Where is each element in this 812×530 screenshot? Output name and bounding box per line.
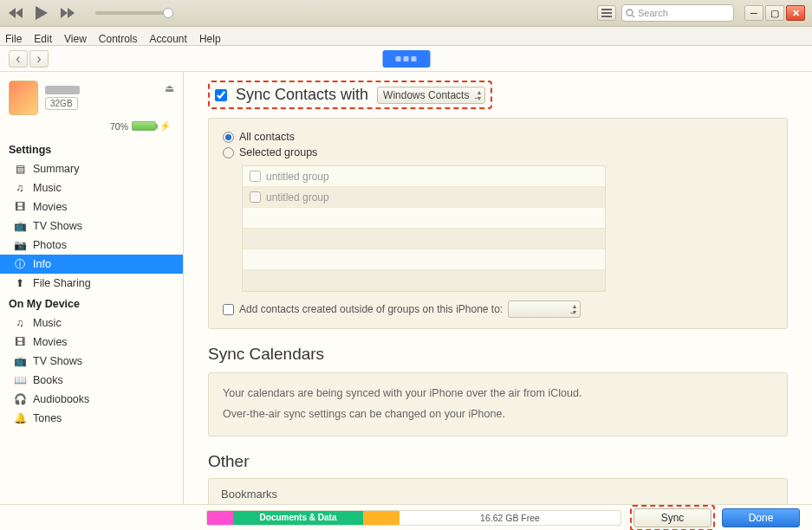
battery-pct: 70% bbox=[110, 121, 128, 132]
radio-selected-groups[interactable]: Selected groups bbox=[223, 145, 773, 160]
minimize-button[interactable]: ─ bbox=[744, 5, 763, 21]
add-outside-label: Add contacts created outside of groups o… bbox=[239, 303, 503, 315]
sync-contacts-highlight: Sync Contacts with Windows Contacts▴▾ bbox=[208, 81, 492, 109]
sidebar-item-label: Info bbox=[33, 258, 51, 270]
calendars-info-2: Over-the-air sync settings can be change… bbox=[223, 404, 773, 425]
battery-status: 70% ⚡ bbox=[0, 120, 183, 139]
contacts-panel: All contacts Selected groups untitled gr… bbox=[208, 118, 788, 329]
sidebar-item-filesharing[interactable]: ⬆File Sharing bbox=[0, 274, 183, 293]
sidebar-item-label: Music bbox=[33, 317, 62, 329]
sidebar-item-label: Books bbox=[33, 374, 63, 386]
dropdown-value: Windows Contacts bbox=[383, 89, 469, 101]
sidebar-item-label: Tones bbox=[33, 412, 62, 424]
menu-view[interactable]: View bbox=[64, 33, 87, 45]
sidebar-item-audiobooks[interactable]: 🎧Audiobooks bbox=[0, 390, 183, 409]
tv-icon: 📺 bbox=[14, 355, 26, 367]
sync-button-highlight: Sync bbox=[630, 505, 715, 531]
main-pane: Sync Contacts with Windows Contacts▴▾ Al… bbox=[184, 72, 812, 504]
done-button[interactable]: Done bbox=[722, 508, 800, 527]
back-button[interactable]: ‹ bbox=[9, 50, 28, 68]
usage-seg-free: 16.62 GB Free bbox=[400, 511, 620, 525]
sidebar-item-label: TV Shows bbox=[33, 220, 82, 232]
photos-icon: 📷 bbox=[14, 239, 26, 251]
sidebar-heading-settings: Settings bbox=[0, 139, 183, 159]
add-outside-group-dropdown[interactable]: ▴▾ bbox=[508, 301, 581, 318]
radio-label: All contacts bbox=[239, 131, 295, 143]
menu-file[interactable]: File bbox=[5, 33, 22, 45]
list-view-button[interactable] bbox=[597, 5, 616, 21]
sync-contacts-provider-dropdown[interactable]: Windows Contacts▴▾ bbox=[377, 87, 485, 104]
sidebar-item-label: TV Shows bbox=[33, 355, 82, 367]
sidebar-item-books[interactable]: 📖Books bbox=[0, 371, 183, 390]
sidebar-item-tvshows-settings[interactable]: 📺TV Shows bbox=[0, 217, 183, 236]
sidebar-item-info[interactable]: ⓘInfo bbox=[0, 255, 183, 274]
books-icon: 📖 bbox=[14, 374, 26, 386]
music-icon: ♫ bbox=[14, 182, 26, 194]
sidebar-item-music[interactable]: ♫Music bbox=[0, 313, 183, 333]
sidebar-item-music-settings[interactable]: ♫Music bbox=[0, 178, 183, 197]
storage-usage-bar: Documents & Data 16.62 GB Free bbox=[206, 510, 621, 526]
sidebar-item-movies-settings[interactable]: 🎞Movies bbox=[0, 197, 183, 217]
sidebar-item-label: Audiobooks bbox=[33, 393, 89, 405]
summary-icon: ▤ bbox=[14, 163, 26, 175]
rewind-button[interactable] bbox=[7, 4, 24, 22]
fileshare-icon: ⬆ bbox=[14, 277, 26, 289]
menu-bar: File Edit View Controls Account Help bbox=[0, 27, 812, 46]
volume-slider[interactable] bbox=[95, 11, 173, 15]
radio-label: Selected groups bbox=[239, 146, 317, 158]
sidebar-item-tvshows[interactable]: 📺TV Shows bbox=[0, 352, 183, 371]
device-capacity: 32GB bbox=[45, 97, 78, 110]
group-row-empty bbox=[243, 270, 605, 291]
search-placeholder: Search bbox=[638, 8, 668, 18]
player-toolbar: Search ─ ▢ ✕ bbox=[0, 0, 812, 27]
add-outside-checkbox[interactable] bbox=[223, 304, 234, 315]
group-checkbox[interactable] bbox=[250, 191, 261, 203]
movies-icon: 🎞 bbox=[14, 336, 26, 348]
group-row-empty bbox=[243, 249, 605, 270]
add-contacts-outside-row: Add contacts created outside of groups o… bbox=[223, 301, 773, 318]
sidebar: 32GB ⏏ 70% ⚡ Settings ▤Summary ♫Music 🎞M… bbox=[0, 72, 184, 504]
close-button[interactable]: ✕ bbox=[786, 5, 805, 21]
other-title: Other bbox=[208, 452, 788, 471]
nav-bar: ‹ › bbox=[0, 46, 812, 72]
groups-list: untitled group untitled group bbox=[242, 165, 606, 292]
sidebar-item-movies[interactable]: 🎞Movies bbox=[0, 333, 183, 352]
group-row[interactable]: untitled group bbox=[243, 166, 605, 187]
menu-controls[interactable]: Controls bbox=[99, 33, 138, 45]
group-row-empty bbox=[243, 229, 605, 249]
group-checkbox[interactable] bbox=[250, 171, 261, 182]
calendars-panel: Your calendars are being synced with you… bbox=[208, 372, 788, 436]
eject-icon[interactable]: ⏏ bbox=[165, 82, 174, 94]
device-thumbnail-icon bbox=[9, 81, 38, 115]
sync-button[interactable]: Sync bbox=[633, 508, 711, 527]
tones-icon: 🔔 bbox=[14, 412, 26, 424]
sidebar-item-summary[interactable]: ▤Summary bbox=[0, 159, 183, 178]
group-row-empty bbox=[243, 208, 605, 229]
usage-seg-apps bbox=[363, 511, 400, 525]
menu-account[interactable]: Account bbox=[150, 33, 187, 45]
play-button[interactable] bbox=[33, 4, 50, 22]
info-icon: ⓘ bbox=[14, 258, 26, 270]
other-bookmarks-label: Bookmarks bbox=[221, 488, 277, 501]
search-input[interactable]: Search bbox=[621, 4, 734, 22]
movies-icon: 🎞 bbox=[14, 201, 26, 213]
radio-all-contacts[interactable]: All contacts bbox=[223, 129, 773, 145]
maximize-button[interactable]: ▢ bbox=[765, 5, 784, 21]
group-row[interactable]: untitled group bbox=[243, 187, 605, 208]
sidebar-item-photos[interactable]: 📷Photos bbox=[0, 236, 183, 255]
sidebar-item-label: Music bbox=[33, 182, 62, 194]
menu-edit[interactable]: Edit bbox=[34, 33, 52, 45]
menu-help[interactable]: Help bbox=[199, 33, 221, 45]
sync-contacts-checkbox[interactable] bbox=[215, 89, 227, 101]
music-icon: ♫ bbox=[14, 317, 26, 329]
sidebar-heading-onmydevice: On My Device bbox=[0, 293, 183, 313]
sidebar-item-label: File Sharing bbox=[33, 277, 91, 289]
device-name bbox=[45, 86, 80, 94]
forward-button[interactable] bbox=[59, 4, 76, 22]
sidebar-item-tones[interactable]: 🔔Tones bbox=[0, 409, 183, 428]
sidebar-item-label: Photos bbox=[33, 239, 67, 251]
forward-button-nav[interactable]: › bbox=[29, 50, 49, 68]
device-tab[interactable] bbox=[382, 50, 430, 68]
sidebar-item-label: Movies bbox=[33, 336, 68, 348]
usage-seg-docs: Documents & Data bbox=[233, 511, 363, 525]
